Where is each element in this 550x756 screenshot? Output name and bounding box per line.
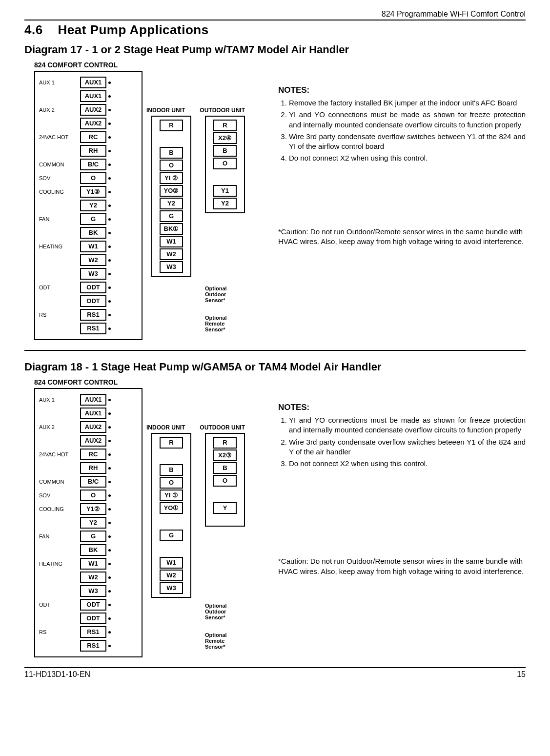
d18-term-aux2a: AUX2: [80, 421, 106, 433]
d18-term-aux2b: AUX2: [80, 435, 106, 447]
term-bk: BK: [80, 227, 106, 239]
diagram18-title: Diagram 18 - 1 Stage Heat Pump w/GAM5A o…: [24, 361, 526, 373]
d18-term-g: G: [80, 531, 106, 542]
label-cooling: COOLING: [39, 189, 80, 195]
term-odt1: ODT: [80, 282, 106, 293]
d18-outdoor-box: R X2③ B O Y: [205, 433, 245, 527]
d18-unit-labels: INDOOR UNIT OUTDOOR UNIT: [146, 424, 245, 431]
d17-outdoor-box: R X2④ B O Y1 Y2: [205, 116, 245, 213]
d18-in-yo: YO①: [160, 502, 183, 514]
d17-in-r: R: [160, 120, 183, 131]
term-rs1a: RS1: [80, 309, 106, 321]
d18-term-w3: W3: [80, 585, 106, 597]
term-g: G: [80, 213, 106, 225]
d18-notes-column: NOTES: YI and YO connections must be mad…: [264, 378, 526, 576]
label-sov: SOV: [39, 175, 80, 181]
d17-optional-remote: Optional Remote Sensor*: [205, 315, 227, 332]
d18-term-o: O: [80, 490, 106, 501]
d18-term-rs1b: RS1: [80, 640, 106, 652]
d17-in-b: B: [160, 147, 183, 159]
diagram18-wiring: 824 COMFORT CONTROL INDOOR UNIT OUTDOOR …: [24, 378, 264, 657]
d18-term-w1: W1: [80, 558, 106, 570]
d17-in-yo: YO②: [160, 185, 183, 197]
label-common: COMMON: [39, 162, 80, 167]
label-aux1: AUX 1: [39, 80, 80, 85]
d18-label-common: COMMON: [39, 479, 80, 485]
d17-control-box: AUX 1AUX1 AUX1 AUX 2AUX2 AUX2 24VAC HOTR…: [34, 71, 143, 340]
d18-in-o: O: [160, 477, 183, 489]
d18-caution: *Caution: Do not run Outdoor/Remote sens…: [278, 556, 526, 576]
d18-label-24vac: 24VAC HOT: [39, 451, 80, 457]
d18-in-g: G: [160, 530, 183, 541]
d18-term-odt2: ODT: [80, 613, 106, 624]
section-heading: 4.6 Heat Pump Applications: [24, 22, 526, 38]
d18-label-heating: HEATING: [39, 561, 80, 567]
label-heating: HEATING: [39, 244, 80, 249]
d17-in-g: G: [160, 210, 183, 222]
d17-out-o: O: [213, 158, 237, 169]
d18-note-3: Do not connect X2 when using this contro…: [289, 459, 526, 469]
d18-label-aux2: AUX 2: [39, 424, 80, 430]
d18-control-box: AUX 1AUX1 AUX1 AUX 2AUX2 AUX2 24VAC HOTR…: [34, 388, 143, 657]
d17-caution: *Caution: Do not run Outdoor/Remote sens…: [278, 227, 526, 247]
term-rh: RH: [80, 145, 106, 157]
d17-outdoor-label: OUTDOOR UNIT: [200, 107, 245, 114]
d17-in-w2: W2: [160, 248, 183, 260]
d17-out-b: B: [213, 145, 237, 157]
d17-out-y2: Y2: [213, 198, 237, 209]
d18-term-odt1: ODT: [80, 599, 106, 611]
d17-in-yi: YI ②: [160, 172, 183, 184]
label-fan: FAN: [39, 216, 80, 222]
d17-note-2: YI and YO connections must be made as sh…: [289, 110, 526, 130]
d18-label-fan: FAN: [39, 533, 80, 539]
label-rs: RS: [39, 312, 80, 318]
d18-term-aux1b: AUX1: [80, 408, 106, 419]
d18-notes-heading: NOTES:: [278, 403, 526, 412]
d17-notes-heading: NOTES:: [278, 85, 526, 95]
d17-note-4: Do not connect X2 when using this contro…: [289, 153, 526, 163]
term-rc: RC: [80, 131, 106, 143]
term-bc: B/C: [80, 159, 106, 170]
d18-out-y: Y: [213, 502, 237, 514]
d18-in-w3: W3: [160, 582, 183, 594]
d18-term-bc: B/C: [80, 476, 106, 488]
d17-control-title: 824 COMFORT CONTROL: [34, 61, 264, 69]
term-w3: W3: [80, 268, 106, 280]
d17-unit-labels: INDOOR UNIT OUTDOOR UNIT: [146, 107, 245, 114]
d17-note-3: Wire 3rd party condensate overflow switc…: [289, 132, 526, 152]
d18-label-sov: SOV: [39, 492, 80, 498]
d18-note-1: YI and YO connections must be made as sh…: [289, 415, 526, 435]
d17-in-w1: W1: [160, 236, 183, 247]
d18-term-w2: W2: [80, 572, 106, 583]
term-odt2: ODT: [80, 295, 106, 307]
d18-in-b: B: [160, 464, 183, 476]
term-aux2b: AUX2: [80, 118, 106, 129]
d18-indoor-box: R B O YI ① YO① G W1 W2 W3: [151, 433, 191, 598]
header-product: 824 Programmable Wi-Fi Comfort Control: [24, 10, 526, 20]
d18-label-odt: ODT: [39, 602, 80, 608]
d18-term-aux1a: AUX1: [80, 394, 106, 406]
diagram17-wiring: 824 COMFORT CONTROL INDOOR UNIT OUTDOOR …: [24, 61, 264, 340]
d17-note-1: Remove the factory installed BK jumper a…: [289, 98, 526, 108]
d18-in-w2: W2: [160, 570, 183, 581]
d18-out-o: O: [213, 475, 237, 487]
term-w2: W2: [80, 254, 106, 266]
d18-term-bk: BK: [80, 544, 106, 556]
d17-notes-list: Remove the factory installed BK jumper a…: [278, 98, 526, 163]
d18-out-r: R: [213, 437, 237, 449]
d17-in-w3: W3: [160, 261, 183, 273]
d18-outdoor-label: OUTDOOR UNIT: [200, 424, 245, 431]
d18-term-rs1a: RS1: [80, 626, 106, 638]
d18-notes-list: YI and YO connections must be made as sh…: [278, 415, 526, 469]
d17-indoor-box: R B O YI ② YO② Y2 G BK① W1 W2 W3: [151, 116, 191, 277]
section-title-text: Heat Pump Applications: [58, 22, 209, 37]
page-footer: 11-HD13D1-10-EN 15: [24, 667, 526, 679]
diagram18-block: 824 COMFORT CONTROL INDOOR UNIT OUTDOOR …: [24, 378, 526, 657]
diagram17-block: 824 COMFORT CONTROL INDOOR UNIT OUTDOOR …: [24, 61, 526, 340]
d17-optional-outdoor: Optional Outdoor Sensor*: [205, 286, 227, 303]
label-24vac: 24VAC HOT: [39, 134, 80, 140]
d18-label-aux1: AUX 1: [39, 397, 80, 403]
d18-control-title: 824 COMFORT CONTROL: [34, 378, 264, 386]
d18-term-y2: Y2: [80, 517, 106, 529]
term-rs1b: RS1: [80, 323, 106, 334]
